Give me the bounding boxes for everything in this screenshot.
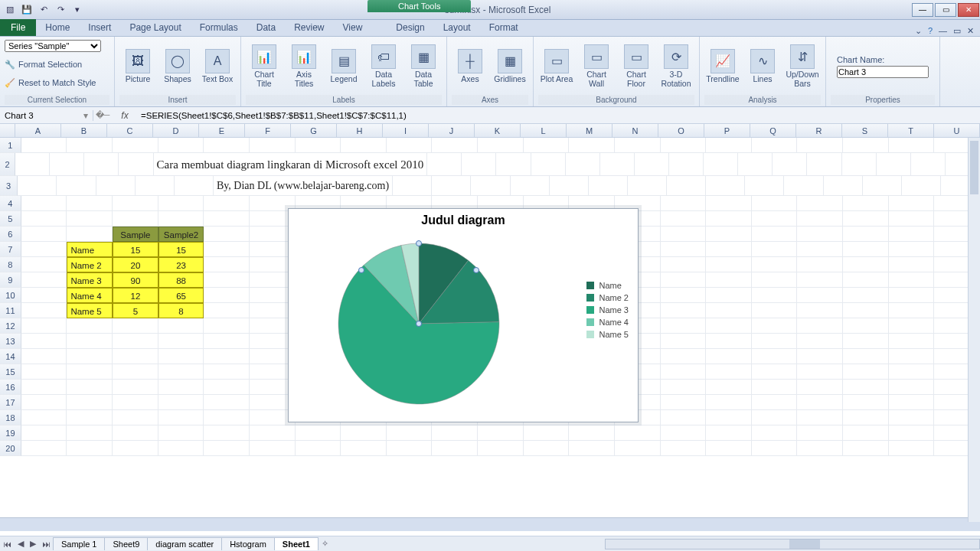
fx-icon[interactable]: fx — [112, 110, 138, 121]
lines-button[interactable]: ∿Lines — [744, 41, 781, 92]
redo-icon[interactable]: ↷ — [54, 3, 67, 17]
row-header[interactable]: 14 — [0, 349, 21, 364]
minimize-button[interactable]: — — [912, 3, 933, 17]
col-header-N[interactable]: N — [612, 124, 658, 137]
vertical-scrollbar[interactable] — [968, 138, 980, 522]
shapes-button[interactable]: ◯Shapes — [159, 41, 196, 92]
row-header[interactable]: 16 — [0, 380, 21, 395]
col-header-J[interactable]: J — [429, 124, 475, 137]
row-header[interactable]: 10 — [0, 288, 21, 303]
gridlines-button[interactable]: ▦Gridlines — [492, 41, 528, 92]
row-header[interactable]: 12 — [0, 318, 21, 334]
col-header-A[interactable]: A — [15, 124, 61, 137]
tab-insert[interactable]: Insert — [79, 19, 120, 36]
col-header-M[interactable]: M — [567, 124, 612, 137]
tab-page-layout[interactable]: Page Layout — [120, 19, 190, 36]
select-all-corner[interactable] — [0, 124, 15, 137]
sheet-nav-next-icon[interactable]: ▶ — [27, 539, 39, 549]
row-header[interactable]: 3 — [0, 176, 18, 196]
textbox-button[interactable]: AText Box — [199, 41, 236, 92]
data-labels-button[interactable]: 🏷Data Labels — [365, 41, 402, 92]
row-header[interactable]: 19 — [0, 425, 21, 441]
doc-min-icon[interactable]: — — [939, 26, 947, 36]
row-header[interactable]: 18 — [0, 410, 21, 425]
tab-review[interactable]: Review — [285, 19, 333, 36]
reset-style-button[interactable]: 🧹 Reset to Match Style — [5, 75, 96, 90]
row-header[interactable]: 8 — [0, 257, 21, 272]
close-button[interactable]: ✕ — [958, 3, 979, 17]
row-header[interactable]: 5 — [0, 211, 21, 227]
legend-item[interactable]: Name 2 — [586, 293, 629, 302]
undo-icon[interactable]: ↶ — [37, 3, 51, 17]
worksheet-grid[interactable]: 12Cara membuat diagram lingkaran di Micr… — [0, 138, 980, 517]
col-header-O[interactable]: O — [658, 124, 704, 137]
chart-title-button[interactable]: 📊Chart Title — [246, 41, 283, 92]
col-header-Q[interactable]: Q — [750, 124, 796, 137]
legend-item[interactable]: Name 3 — [586, 305, 629, 315]
sheet-nav-first-icon[interactable]: ⏮ — [0, 540, 15, 549]
chart-element-selector[interactable]: Series "Sample" — [5, 40, 101, 52]
sheet-tab[interactable]: diagram scatter — [147, 537, 222, 550]
col-header-F[interactable]: F — [245, 124, 291, 137]
col-header-T[interactable]: T — [888, 124, 934, 137]
sheet-tab[interactable]: Sheet1 — [274, 537, 318, 550]
row-header[interactable]: 11 — [0, 303, 21, 318]
col-header-D[interactable]: D — [153, 124, 199, 137]
row-header[interactable]: 7 — [0, 242, 21, 257]
save-icon[interactable]: 💾 — [20, 3, 34, 17]
axis-titles-button[interactable]: 📊Axis Titles — [286, 41, 322, 92]
horizontal-scrollbar[interactable] — [605, 539, 980, 549]
col-header-E[interactable]: E — [199, 124, 245, 137]
fx-dropdown-icon[interactable]: �─ — [93, 110, 112, 120]
col-header-K[interactable]: K — [475, 124, 521, 137]
row-header[interactable]: 6 — [0, 227, 21, 242]
col-header-B[interactable]: B — [61, 124, 107, 137]
col-header-I[interactable]: I — [383, 124, 429, 137]
plot-area-button[interactable]: ▭Plot Area — [538, 41, 575, 92]
doc-max-icon[interactable]: ▭ — [953, 26, 961, 36]
col-header-R[interactable]: R — [796, 124, 842, 137]
file-tab[interactable]: File — [0, 19, 36, 36]
trendline-button[interactable]: 📈Trendline — [704, 41, 741, 92]
pie-plot[interactable] — [335, 240, 503, 408]
sheet-tab[interactable]: Sheet9 — [104, 537, 148, 550]
row-header[interactable]: 17 — [0, 395, 21, 410]
col-header-S[interactable]: S — [842, 124, 888, 137]
chart-wall-button[interactable]: ▭Chart Wall — [578, 41, 615, 92]
col-header-C[interactable]: C — [107, 124, 153, 137]
tab-format[interactable]: Format — [480, 19, 528, 36]
chart-title[interactable]: Judul diagram — [289, 209, 638, 227]
updown-button[interactable]: ⇵Up/Down Bars — [784, 41, 821, 92]
row-header[interactable]: 2 — [0, 153, 15, 176]
sheet-tab[interactable]: Hstogram — [221, 537, 275, 550]
row-header[interactable]: 13 — [0, 334, 21, 349]
name-box[interactable]: Chart 3▾ — [0, 110, 93, 121]
tab-formulas[interactable]: Formulas — [191, 19, 247, 36]
row-header[interactable]: 1 — [0, 138, 21, 153]
col-header-H[interactable]: H — [337, 124, 383, 137]
data-table-button[interactable]: ▦Data Table — [405, 41, 442, 92]
col-header-G[interactable]: G — [291, 124, 337, 137]
legend-item[interactable]: Name — [586, 281, 629, 290]
format-selection-button[interactable]: 🔧 Format Selection — [5, 57, 82, 72]
new-sheet-icon[interactable]: ✧ — [318, 539, 332, 549]
axes-button[interactable]: ┼Axes — [452, 41, 488, 92]
row-header[interactable]: 4 — [0, 196, 21, 211]
row-header[interactable]: 9 — [0, 272, 21, 288]
picture-button[interactable]: 🖼Picture — [119, 41, 156, 92]
embedded-chart[interactable]: Judul diagram NameName 2Name 3Name 4Name… — [288, 208, 639, 422]
maximize-button[interactable]: ▭ — [935, 3, 956, 17]
sheet-nav-prev-icon[interactable]: ◀ — [15, 539, 27, 549]
tab-home[interactable]: Home — [36, 19, 79, 36]
formula-input[interactable] — [138, 111, 980, 120]
legend-item[interactable]: Name 4 — [586, 318, 629, 327]
row-header[interactable]: 20 — [0, 441, 21, 456]
minimize-ribbon-icon[interactable]: ⌄ — [915, 26, 922, 36]
col-header-L[interactable]: L — [521, 124, 567, 137]
qat-more-icon[interactable]: ▾ — [70, 3, 84, 17]
chart-floor-button[interactable]: ▭Chart Floor — [618, 41, 655, 92]
legend-item[interactable]: Name 5 — [586, 330, 629, 339]
legend-button[interactable]: ▤Legend — [325, 41, 362, 92]
chart-legend[interactable]: NameName 2Name 3Name 4Name 5 — [586, 278, 629, 342]
col-header-U[interactable]: U — [934, 124, 980, 137]
